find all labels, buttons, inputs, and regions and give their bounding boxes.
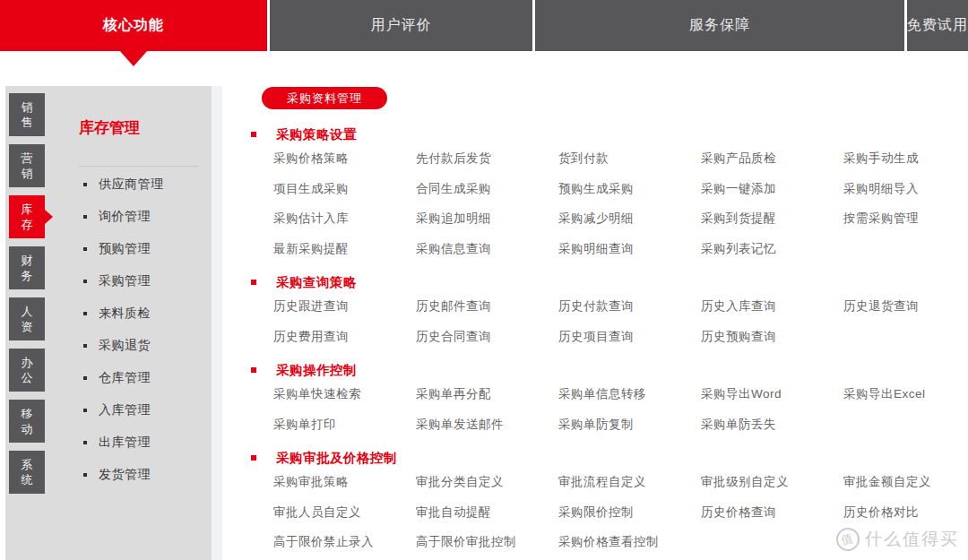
module-tab-label: 营销 [21,151,34,181]
bullet-icon [83,473,87,477]
section-header: 采购操作控制 [251,361,968,379]
left-panel: 销售 营销 库存 财务 人资 办公 移动 [5,86,212,560]
feature-item: 高于限价审批控制 [416,527,558,557]
section-header: 采购审批及价格控制 [251,449,968,467]
module-tab[interactable]: 系统 [9,451,45,494]
feature-item: 货到付款 [558,143,701,174]
feature-item: 采购导出Word [701,379,843,409]
feature-item: 审批自动提醒 [416,497,558,528]
submenu-item[interactable]: 发货管理 [79,459,206,491]
submenu-item[interactable]: 仓库管理 [79,362,206,394]
top-nav-tab[interactable]: 免费试用 [907,0,968,51]
category-pill-button[interactable]: 采购资料管理 [262,87,387,109]
main-content: 采购资料管理 采购策略设置 采购价格策略 先付款后发货 货到付款 采购产品质检 … [222,86,968,557]
submenu-item[interactable]: 采购管理 [79,265,206,297]
top-nav-tab[interactable]: 核心功能 [0,0,267,51]
watermark-logo-icon: 值 [834,526,862,554]
submenu-item-label: 采购退货 [99,338,151,354]
section-title: 采购查询策略 [276,274,357,291]
module-tab[interactable]: 人资 [9,297,45,340]
feature-item: 预购生成采购 [558,174,701,204]
bullet-icon [83,183,87,186]
feature-item: 采购估计入库 [273,203,416,234]
feature-item: 历史邮件查询 [416,291,558,322]
module-tabs: 销售 营销 库存 财务 人资 办公 移动 [9,93,45,494]
feature-item: 历史跟进查询 [273,291,416,322]
module-tab-label: 库存 [21,202,34,232]
bullet-icon [251,455,256,461]
module-tab[interactable]: 财务 [9,246,45,289]
feature-item: 采购单打印 [273,409,416,440]
feature-item: 采购单防丢失 [701,409,843,440]
submenu-panel: 库存管理 供应商管理 询价管理 预购管理 [79,119,206,491]
submenu-item[interactable]: 出库管理 [79,426,206,459]
divider [79,166,199,167]
feature-item: 历史价格对比 [843,497,968,528]
feature-item: 合同生成采购 [416,174,558,204]
top-nav: 核心功能 用户评价 服务保障 免费试用 [0,0,968,51]
feature-item: 审批人员自定义 [273,497,416,528]
module-tab[interactable]: 营销 [9,144,45,187]
bullet-icon [83,441,87,444]
section-title: 采购审批及价格控制 [276,450,397,467]
feature-item: 采购追加明细 [416,203,558,234]
watermark-text: 什么值得买 [865,528,959,551]
feature-sections: 采购策略设置 采购价格策略 先付款后发货 货到付款 采购产品质检 采购手动生成 … [251,125,968,557]
feature-item: 采购单发送邮件 [416,409,558,440]
submenu-item-label: 发货管理 [99,467,151,483]
panel-gutter [212,86,222,560]
feature-item: 历史退货查询 [843,291,968,322]
module-tab[interactable]: 移动 [9,400,45,443]
feature-item: 审批分类自定义 [416,467,558,497]
feature-item: 历史项目查询 [558,322,701,352]
submenu-item[interactable]: 入库管理 [79,394,206,426]
module-tab[interactable]: 办公 [9,349,45,392]
bullet-icon [83,280,87,283]
submenu-item-label: 仓库管理 [99,370,151,386]
feature-item: 按需采购管理 [843,203,968,234]
feature-item: 历史费用查询 [273,322,416,352]
section-purchase-query: 采购查询策略 历史跟进查询 历史邮件查询 历史付款查询 历史入库查询 历史退货查… [251,273,968,351]
top-nav-tab-label: 服务保障 [689,16,750,35]
module-tab[interactable]: 库存 [9,195,45,238]
feature-item: 采购一键添加 [701,174,843,204]
submenu-item[interactable]: 预购管理 [79,233,206,265]
bullet-icon [83,247,87,251]
feature-item: 采购价格查看控制 [558,527,701,557]
top-nav-tab[interactable]: 用户评价 [270,0,532,51]
bullet-icon [83,312,87,315]
bullet-icon [83,409,87,412]
feature-grid: 采购单快速检索 采购单再分配 采购单信息转移 采购导出Word 采购导出Exce… [273,379,968,439]
feature-item: 审批流程自定义 [558,467,701,497]
submenu-item-label: 预购管理 [99,241,151,257]
watermark: 值 什么值得买 [836,528,959,551]
section-purchase-strategy: 采购策略设置 采购价格策略 先付款后发货 货到付款 采购产品质检 采购手动生成 … [251,125,968,263]
feature-item: 历史价格查询 [701,497,843,528]
feature-item: 采购产品质检 [701,143,843,174]
feature-grid: 历史跟进查询 历史邮件查询 历史付款查询 历史入库查询 历史退货查询 历史费用查… [273,291,968,351]
module-tab-label: 销售 [21,99,34,130]
feature-item: 采购手动生成 [843,143,968,174]
feature-item: 采购到货提醒 [701,203,843,234]
feature-item: 采购审批策略 [273,467,416,497]
bullet-icon [251,367,256,373]
submenu-item[interactable]: 供应商管理 [79,168,206,201]
feature-item: 高于限价禁止录入 [273,527,416,557]
module-tab-label: 人资 [21,304,34,334]
module-tab-label: 财务 [21,253,34,283]
feature-item: 历史预购查询 [701,322,843,352]
top-nav-tab[interactable]: 服务保障 [535,0,904,51]
section-title: 采购策略设置 [276,126,357,143]
feature-item: 采购信息查询 [416,234,558,264]
bullet-icon [83,376,87,380]
submenu-item[interactable]: 采购退货 [79,330,206,362]
module-tab[interactable]: 销售 [9,93,45,136]
submenu-item[interactable]: 询价管理 [79,201,206,233]
feature-item: 历史付款查询 [558,291,701,322]
feature-item: 历史合同查询 [416,322,558,352]
bullet-icon [83,344,87,348]
submenu-item-label: 出库管理 [99,435,151,451]
feature-item: 历史入库查询 [701,291,843,322]
submenu-item[interactable]: 来料质检 [79,297,206,330]
submenu-item-label: 入库管理 [99,402,151,418]
